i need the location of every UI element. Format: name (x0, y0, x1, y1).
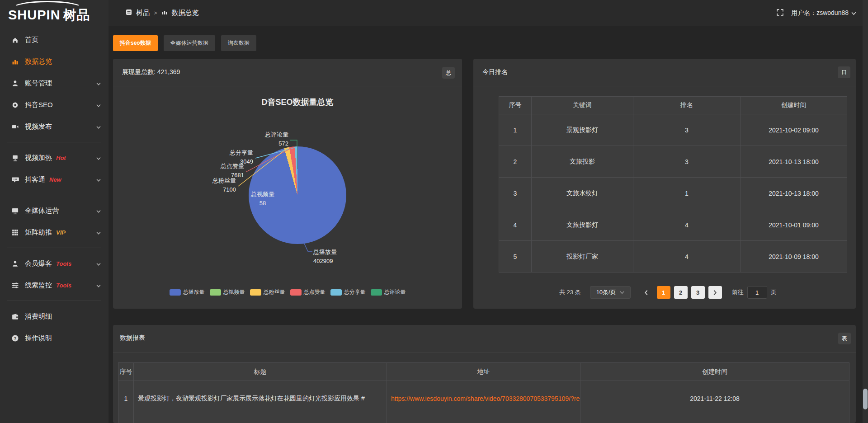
pie-label-value: 58 (240, 199, 285, 208)
sidebar: SHUPIN树品 首页 数据总览 账号管理 抖音SEO (0, 0, 108, 423)
tab-media-operation-data[interactable]: 全媒体运营数据 (164, 35, 215, 51)
home-icon (11, 36, 19, 44)
total-view-button[interactable]: 总 (442, 67, 455, 79)
goto-page-input[interactable] (747, 286, 767, 299)
sidebar-item-account[interactable]: 账号管理 (0, 72, 108, 94)
data-tabs: 抖音seo数据 全媒体运营数据 询盘数据 (113, 35, 256, 51)
legend-item[interactable]: 总点赞量 (290, 288, 326, 296)
next-page-button[interactable] (708, 286, 722, 299)
column-header: 创建时间 (580, 363, 849, 381)
sidebar-item-overview[interactable]: 数据总览 (0, 51, 108, 72)
legend-item[interactable]: 总播放量 (170, 288, 205, 296)
username-label: 用户名：zswodun88 (791, 9, 849, 17)
panel-separator (113, 86, 462, 86)
column-header: 创建时间 (741, 97, 847, 114)
logo-text-en: SHUPIN (8, 8, 61, 22)
sidebar-item-video-publish[interactable]: 视频发布 (0, 116, 108, 137)
pagination: 共 23 条 10条/页 1 2 3 前往 页 (559, 286, 777, 299)
table-cell-keyword: 文旅投影 (532, 146, 633, 178)
sidebar-divider (7, 248, 101, 248)
pie-label-name: 总评论量 (243, 130, 288, 139)
tab-douyin-seo-data[interactable]: 抖音seo数据 (113, 35, 158, 51)
daily-view-button[interactable]: 日 (838, 66, 850, 78)
sidebar-item-clue-monitor[interactable]: 线索监控 Tools (0, 274, 108, 296)
sidebar-item-media-operation[interactable]: 全媒体运营 (0, 200, 108, 221)
chat-bubble-icon (11, 176, 19, 183)
pie-label-value: 572 (243, 139, 288, 148)
mini-bar-chart-icon (161, 9, 168, 17)
sidebar-item-douketong[interactable]: 抖客通 New (0, 169, 108, 190)
table-cell-index: 3 (499, 178, 532, 209)
sidebar-nav: 首页 数据总览 账号管理 抖音SEO 视频发布 (0, 29, 108, 349)
panel-separator (473, 86, 856, 86)
legend-swatch (330, 289, 342, 296)
pie-label-name: 总粉丝量 (191, 176, 236, 185)
sidebar-item-label: 视频发布 (25, 122, 52, 131)
legend-item[interactable]: 总评论量 (371, 288, 406, 296)
column-header: 序号 (499, 97, 532, 114)
breadcrumb-current[interactable]: 数据总览 (172, 9, 199, 17)
legend-item[interactable]: 总粉丝量 (250, 288, 285, 296)
table-cell-created: 2021-10-13 18:00 (741, 146, 847, 178)
sidebar-item-douyin-seo[interactable]: 抖音SEO (0, 94, 108, 116)
column-header: 排名 (633, 97, 741, 114)
table-cell-rank: 4 (633, 241, 741, 273)
scrollbar-thumb[interactable] (863, 389, 868, 409)
page-scrollbar[interactable] (863, 0, 868, 423)
sidebar-item-member-baoke[interactable]: 会员爆客 Tools (0, 253, 108, 274)
sliders-icon (11, 282, 19, 289)
table-cell-created: 2021-11-22 12:08 (580, 381, 849, 416)
legend-item[interactable]: 总分享量 (330, 288, 366, 296)
sidebar-item-home[interactable]: 首页 (0, 29, 108, 51)
svg-text:?: ? (14, 335, 17, 340)
legend-label: 总分享量 (344, 288, 366, 296)
hot-badge: Hot (56, 155, 66, 161)
legend-item[interactable]: 总视频量 (210, 288, 245, 296)
chevron-down-icon (851, 9, 856, 17)
table-cell-title: 景观投影灯，夜游景观投影灯厂家展示展示落花灯在花园里的灯光投影应用效果 # (134, 381, 387, 416)
ranking-panel-title: 今日排名 (482, 68, 508, 76)
table-cell-index: 1 (499, 114, 532, 146)
chevron-down-icon (620, 291, 624, 294)
tab-inquiry-data[interactable]: 询盘数据 (221, 35, 256, 51)
breadcrumb-root[interactable]: 树品 (136, 9, 150, 17)
logo-text-cn: 树品 (63, 8, 90, 22)
table-cell (387, 416, 580, 423)
table-cell-created: 2021-10-01 09:00 (741, 209, 847, 241)
sidebar-item-video-heat[interactable]: 视频加热 Hot (0, 147, 108, 169)
tools-badge: Tools (56, 282, 71, 289)
chevron-down-icon (96, 154, 101, 162)
page-button-1[interactable]: 1 (657, 286, 670, 299)
sidebar-item-label: 操作说明 (25, 334, 52, 343)
legend-label: 总粉丝量 (264, 288, 285, 296)
question-circle-icon: ? (11, 334, 19, 342)
chart-title: D音SEO数据量总览 (184, 97, 410, 108)
table-cell-rank: 3 (633, 114, 741, 146)
video-link[interactable]: https://www.iesdouyin.com/share/video/70… (387, 381, 580, 416)
sidebar-divider (7, 301, 101, 301)
sidebar-item-help[interactable]: ? 操作说明 (0, 327, 108, 349)
table-cell-index: 2 (499, 146, 532, 178)
table-cell-keyword: 文旅投影灯 (532, 209, 633, 241)
gear-icon (11, 101, 19, 109)
user-menu[interactable]: 用户名：zswodun88 (791, 9, 856, 17)
legend-swatch (371, 289, 382, 296)
app-logo[interactable]: SHUPIN树品 (8, 6, 90, 24)
table-cell-created: 2021-10-02 09:00 (741, 114, 847, 146)
page-button-2[interactable]: 2 (674, 286, 688, 299)
sidebar-item-consumption-detail[interactable]: 消费明细 (0, 306, 108, 327)
sidebar-item-matrix-boost[interactable]: 矩阵助推 VIP (0, 221, 108, 243)
page-size-select[interactable]: 10条/页 (590, 286, 631, 299)
chevron-down-icon (96, 260, 101, 268)
chevron-down-icon (96, 176, 101, 183)
screen-stand-icon (11, 154, 19, 162)
table-cell-rank: 1 (633, 178, 741, 209)
page-button-3[interactable]: 3 (691, 286, 705, 299)
table-view-button[interactable]: 表 (838, 333, 851, 344)
column-header: 标题 (134, 363, 387, 381)
ranking-panel: 今日排名 日 序号 关键词 排名 创建时间 1 景观投影灯 3 2021-10-… (473, 59, 856, 309)
report-table: 序号 标题 地址 创建时间 1 景观投影灯，夜游景观投影灯厂家展示展示落花灯在花… (118, 362, 849, 423)
sidebar-item-label: 首页 (25, 36, 38, 44)
prev-page-button[interactable] (640, 286, 653, 299)
fullscreen-icon[interactable] (776, 9, 784, 18)
